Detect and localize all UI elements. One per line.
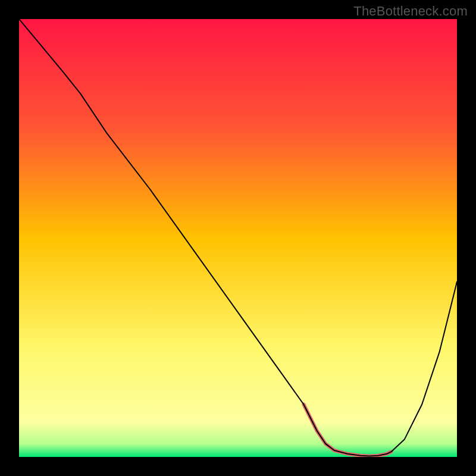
chart-svg: [19, 19, 457, 457]
chart-container: [19, 19, 457, 457]
chart-background: [19, 19, 457, 457]
watermark-text: TheBottleneck.com: [353, 4, 468, 19]
